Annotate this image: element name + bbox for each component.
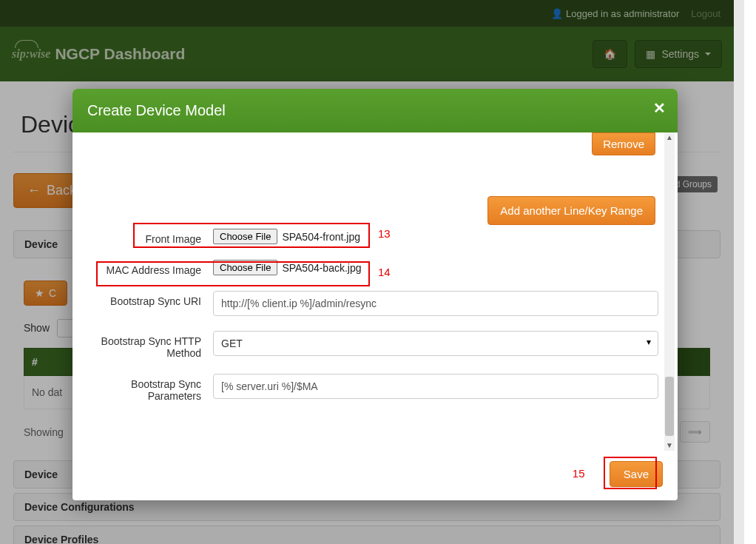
sync-method-label: Bootstrap Sync HTTP Method (86, 331, 213, 359)
sync-params-label: Bootstrap Sync Parameters (86, 374, 213, 402)
sync-uri-input[interactable] (213, 291, 658, 316)
sync-uri-label: Bootstrap Sync URI (86, 291, 213, 307)
save-button[interactable]: Save (610, 461, 663, 487)
modal-scroll-area: Remove Add another Line/Key Range Front … (72, 132, 678, 451)
modal-title: Create Device Model (87, 102, 226, 118)
close-icon[interactable]: ✕ (653, 99, 666, 117)
mac-image-label: MAC Address Image (86, 260, 213, 276)
modal-header: Create Device Model ✕ (72, 89, 678, 132)
create-device-model-modal: Create Device Model ✕ Remove Add another… (72, 89, 678, 500)
modal-scrollbar-thumb[interactable] (665, 377, 674, 436)
add-range-button[interactable]: Add another Line/Key Range (487, 196, 655, 225)
mac-image-filename: SPA504-back.jpg (282, 262, 361, 274)
front-image-label: Front Image (86, 229, 213, 245)
mac-image-choose-file[interactable]: Choose File (213, 260, 277, 275)
front-image-choose-file[interactable]: Choose File (213, 229, 277, 244)
sync-params-input[interactable] (213, 374, 658, 399)
remove-button[interactable]: Remove (592, 132, 655, 155)
page-scrollbar[interactable] (734, 0, 744, 544)
modal-scroll-up-arrow[interactable]: ▲ (665, 132, 674, 143)
modal-scroll-down-arrow[interactable]: ▼ (665, 440, 674, 451)
front-image-filename: SPA504-front.jpg (282, 231, 360, 243)
sync-method-select[interactable]: GET (213, 331, 658, 356)
annotation-label-15: 15 (573, 467, 585, 480)
